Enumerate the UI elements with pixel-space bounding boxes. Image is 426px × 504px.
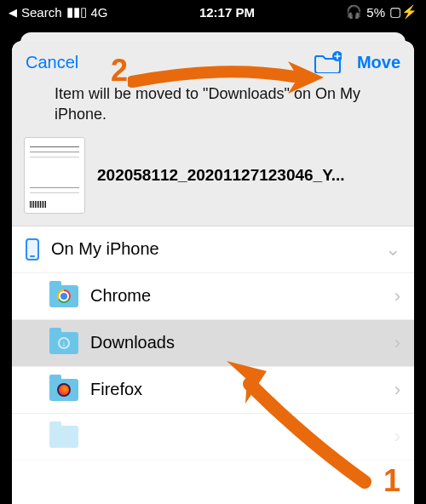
move-destination-message: Item will be moved to "Downloads" on On … <box>12 80 414 137</box>
folder-label: Firefox <box>90 380 383 399</box>
sheet-header: Cancel Move Item will be moved to "Downl… <box>12 41 414 226</box>
file-name-label: 202058112_20201127123046_Y... <box>97 166 345 185</box>
network-type: 4G <box>91 5 108 20</box>
move-button[interactable]: Move <box>357 53 400 72</box>
annotation-step-1: 1 <box>383 463 400 499</box>
chevron-right-icon: › <box>394 285 400 307</box>
battery-percent: 5% <box>366 5 385 20</box>
headphones-icon: 🎧 <box>346 4 362 20</box>
battery-icon: ▢⚡ <box>389 4 417 20</box>
file-preview-row: 202058112_20201127123046_Y... <box>12 137 414 226</box>
folder-icon <box>49 379 78 401</box>
chevron-right-icon: › <box>394 332 400 354</box>
status-back-app: Search <box>21 5 62 20</box>
chevron-right-icon: › <box>394 379 400 401</box>
annotation-step-2: 2 <box>111 53 128 89</box>
folder-more[interactable]: › <box>12 414 414 461</box>
folder-label: Downloads <box>90 333 383 352</box>
ios-status-bar: ◀ Search ▮▮▯ 4G 12:17 PM 🎧 5% ▢⚡ <box>0 0 426 24</box>
folder-firefox[interactable]: Firefox › <box>12 367 414 414</box>
cancel-button[interactable]: Cancel <box>26 53 78 72</box>
folder-icon <box>49 285 78 307</box>
iphone-icon <box>26 238 39 261</box>
chevron-down-icon: ⌄ <box>385 238 400 261</box>
new-folder-icon[interactable] <box>314 51 342 73</box>
location-list: On My iPhone ⌄ Chrome › Downloads › Fire… <box>12 226 414 504</box>
folder-downloads[interactable]: Downloads › <box>12 320 414 367</box>
chevron-right-icon: › <box>394 426 400 448</box>
location-label: On My iPhone <box>51 239 373 259</box>
folder-label: Chrome <box>90 286 383 306</box>
back-caret-icon: ◀ <box>9 6 17 19</box>
status-time: 12:17 PM <box>199 5 255 20</box>
file-thumbnail <box>24 137 85 214</box>
signal-bars-icon: ▮▮▯ <box>66 4 87 20</box>
move-sheet: Cancel Move Item will be moved to "Downl… <box>12 41 414 504</box>
folder-icon <box>49 426 78 448</box>
folder-icon <box>49 332 78 354</box>
folder-chrome[interactable]: Chrome › <box>12 273 414 320</box>
location-on-my-iphone[interactable]: On My iPhone ⌄ <box>12 226 414 273</box>
